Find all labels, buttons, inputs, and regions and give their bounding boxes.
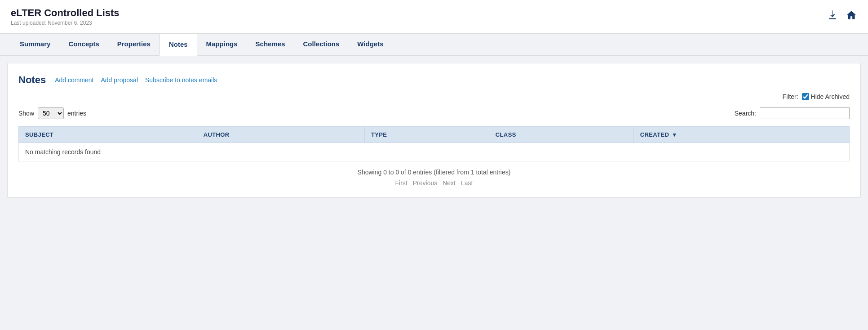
pagination-next[interactable]: Next [443, 179, 456, 187]
tab-summary[interactable]: Summary [11, 34, 59, 56]
search-box: Search: [735, 107, 850, 119]
download-icon[interactable] [827, 9, 838, 24]
main-content: Notes Add commentAdd proposalSubscribe t… [7, 63, 861, 198]
notes-table: SUBJECTAUTHORTYPECLASSCREATED▼ No matchi… [18, 126, 850, 161]
show-entries-group: Show 102550100 entries [18, 107, 86, 119]
pagination-previous[interactable]: Previous [413, 179, 437, 187]
header-title-block: eLTER Controlled Lists Last uploaded: No… [11, 7, 120, 26]
show-label: Show [18, 110, 34, 117]
pagination-last[interactable]: Last [461, 179, 473, 187]
search-input[interactable] [760, 107, 850, 119]
page-title: eLTER Controlled Lists [11, 7, 120, 19]
pagination-first[interactable]: First [395, 179, 407, 187]
filter-row: Filter: Hide Archived [18, 93, 850, 100]
controls-row: Show 102550100 entries Search: [18, 107, 850, 119]
no-records-message: No matching records found [19, 143, 850, 161]
col-subject: SUBJECT [19, 127, 197, 143]
entries-select[interactable]: 102550100 [38, 107, 64, 119]
add-comment-link[interactable]: Add comment [55, 76, 93, 84]
no-records-row: No matching records found [19, 143, 850, 161]
tab-mappings[interactable]: Mappings [197, 34, 247, 56]
header-icons [827, 9, 857, 24]
notes-header: Notes Add commentAdd proposalSubscribe t… [18, 74, 850, 86]
table-head: SUBJECTAUTHORTYPECLASSCREATED▼ [19, 127, 850, 143]
notes-section-title: Notes [18, 74, 46, 86]
page-header: eLTER Controlled Lists Last uploaded: No… [0, 0, 868, 34]
entries-label: entries [67, 110, 86, 117]
hide-archived-checkbox[interactable] [802, 93, 809, 100]
hide-archived-text: Hide Archived [811, 93, 850, 100]
col-author: AUTHOR [197, 127, 364, 143]
home-icon[interactable] [846, 9, 857, 24]
add-proposal-link[interactable]: Add proposal [101, 76, 138, 84]
search-label: Search: [735, 110, 756, 117]
col-created[interactable]: CREATED▼ [633, 127, 849, 143]
table-body: No matching records found [19, 143, 850, 161]
pagination-links: FirstPreviousNextLast [18, 179, 850, 187]
tab-properties[interactable]: Properties [108, 34, 159, 56]
filter-label: Filter: [783, 93, 798, 100]
tab-notes[interactable]: Notes [159, 34, 197, 56]
tab-collections[interactable]: Collections [294, 34, 348, 56]
tabs-container: SummaryConceptsPropertiesNotesMappingsSc… [0, 34, 868, 56]
col-class: CLASS [489, 127, 633, 143]
last-uploaded-text: Last uploaded: November 6, 2023 [11, 20, 120, 26]
tab-widgets[interactable]: Widgets [348, 34, 392, 56]
col-type: TYPE [364, 127, 489, 143]
hide-archived-label[interactable]: Hide Archived [802, 93, 850, 100]
tabs-list: SummaryConceptsPropertiesNotesMappingsSc… [11, 34, 857, 55]
subscribe-link[interactable]: Subscribe to notes emails [145, 76, 217, 84]
pagination-info: Showing 0 to 0 of 0 entries (filtered fr… [18, 169, 850, 176]
tab-schemes[interactable]: Schemes [247, 34, 294, 56]
sort-icon-created: ▼ [672, 132, 677, 138]
notes-actions: Add commentAdd proposalSubscribe to note… [55, 76, 217, 84]
tab-concepts[interactable]: Concepts [59, 34, 108, 56]
